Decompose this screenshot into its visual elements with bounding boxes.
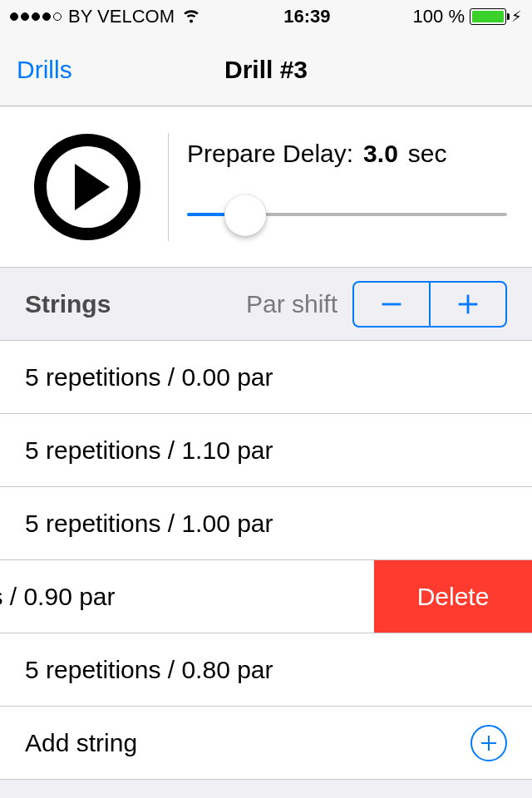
par-shift-label: Par shift [246,290,337,318]
wifi-icon [181,4,201,29]
play-icon [75,164,110,210]
add-string-row[interactable]: Add string [0,707,532,780]
signal-dots-icon [10,12,62,21]
string-row[interactable]: 5 repetitions / 0.90 par Delete [0,560,532,633]
delay-label: Prepare Delay: [187,140,353,168]
nav-bar: Drills Drill #3 [0,33,532,106]
par-shift-decrement[interactable] [354,283,429,326]
status-right: 100 % ⚡︎ [413,6,522,27]
vertical-divider [168,133,169,241]
delete-button[interactable]: Delete [374,560,532,633]
string-row-text: 5 repetitions / 1.00 par [25,510,507,538]
strings-title: Strings [25,290,111,318]
play-button[interactable] [34,134,140,240]
clock: 16:39 [283,6,330,27]
prepare-delay-panel: Prepare Delay: 3.0 sec [0,106,532,268]
charging-icon: ⚡︎ [511,7,522,26]
status-left: BY VELCOM [10,4,201,29]
string-row-text: 5 repetitions / 1.10 par [25,436,507,465]
delay-value: 3.0 [363,140,398,168]
delay-readout: Prepare Delay: 3.0 sec [187,140,507,168]
strings-section-header: Strings Par shift [0,268,532,341]
string-row[interactable]: 5 repetitions / 0.80 par [0,633,532,707]
delay-unit: sec [408,140,447,168]
strings-list: 5 repetitions / 0.00 par 5 repetitions /… [0,341,532,780]
string-row-text: 5 repetitions / 0.80 par [25,656,507,684]
plus-circle-icon [470,725,507,761]
add-string-label: Add string [25,729,137,757]
string-row[interactable]: 5 repetitions / 1.00 par [0,487,532,560]
svg-rect-0 [382,303,401,305]
svg-rect-2 [467,294,470,313]
delay-slider[interactable] [187,193,507,234]
string-row[interactable]: 5 repetitions / 1.10 par [0,414,532,487]
string-row-text: 5 repetitions / 0.00 par [25,363,507,392]
string-row[interactable]: 5 repetitions / 0.00 par [0,341,532,414]
carrier-label: BY VELCOM [68,6,175,27]
string-row-text: 5 repetitions / 0.90 par [0,583,349,611]
battery-icon [470,8,506,25]
par-shift-increment[interactable] [431,283,505,326]
slider-thumb-icon[interactable] [224,195,266,236]
footer-gap [0,780,532,798]
battery-percent: 100 % [413,6,465,27]
back-button[interactable]: Drills [17,56,72,84]
page-title: Drill #3 [0,56,532,84]
svg-rect-4 [488,736,490,751]
status-bar: BY VELCOM 16:39 100 % ⚡︎ [0,0,532,33]
par-shift-stepper [352,281,507,328]
